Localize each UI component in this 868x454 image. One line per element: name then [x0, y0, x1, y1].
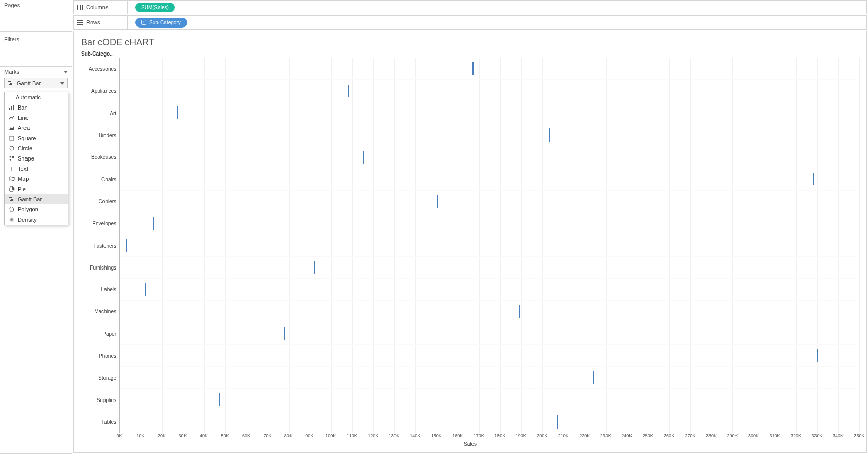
x-tick-label: 180K — [494, 433, 505, 438]
x-tick-label: 60K — [242, 433, 250, 438]
category-label[interactable]: Appliances — [81, 80, 119, 102]
mark-type-dropdown: AutomaticBarLineAreaSquareCircleShapeTTe… — [4, 92, 68, 225]
mark-option-shape[interactable]: Shape — [5, 153, 68, 164]
mark-type-select[interactable]: Gantt Bar — [4, 78, 68, 88]
mark-option-gantt[interactable]: Gantt Bar — [5, 194, 68, 204]
mark-option-label: Text — [18, 166, 28, 172]
category-label[interactable]: Storage — [81, 367, 119, 389]
rows-icon — [77, 19, 83, 25]
mark-option-label: Bar — [18, 104, 27, 111]
x-tick-label: 160K — [452, 433, 463, 438]
gantt-mark[interactable] — [153, 217, 154, 230]
gantt-mark[interactable] — [472, 62, 474, 75]
x-tick-label: 10K — [136, 433, 144, 438]
columns-pill-sum-sales[interactable]: SUM(Sales) — [135, 3, 175, 12]
x-tick-label: 90K — [305, 433, 313, 438]
x-tick-label: 80K — [284, 433, 293, 438]
mark-option-circle[interactable]: Circle — [5, 143, 68, 153]
x-tick-label: 330K — [812, 433, 823, 438]
category-label[interactable]: Envelopes — [81, 212, 119, 234]
gantt-mark[interactable] — [437, 195, 438, 207]
data-row — [120, 58, 859, 79]
x-tick-label: 130K — [389, 433, 400, 438]
x-tick-label: 250K — [643, 433, 653, 438]
mark-option-label: Area — [18, 125, 30, 131]
mark-option-bar[interactable]: Bar — [5, 102, 68, 113]
x-tick-label: 40K — [200, 433, 208, 438]
chevron-down-icon[interactable] — [64, 71, 68, 73]
category-label[interactable]: Phones — [81, 345, 119, 367]
x-tick-label: 350K — [854, 433, 864, 438]
square-icon — [9, 135, 15, 141]
mark-option-text[interactable]: TText — [5, 164, 68, 174]
category-label[interactable]: Chairs — [81, 168, 119, 190]
x-tick-label: 210K — [558, 433, 569, 438]
circle-icon — [9, 145, 15, 151]
category-header: Sub-Catego.. — [81, 51, 119, 58]
svg-rect-15 — [11, 199, 13, 200]
category-label[interactable]: Binders — [81, 124, 119, 146]
svg-rect-1 — [10, 83, 12, 84]
plot-area[interactable] — [119, 58, 859, 433]
data-row — [120, 168, 859, 190]
gantt-mark[interactable] — [177, 106, 178, 119]
category-label[interactable]: Copiers — [81, 191, 119, 212]
gantt-mark[interactable] — [363, 151, 364, 164]
data-row — [120, 366, 859, 388]
viz-title[interactable]: Bar cODE cHART — [81, 37, 859, 48]
gantt-mark[interactable] — [817, 349, 818, 362]
pages-label: Pages — [0, 0, 72, 10]
gantt-mark[interactable] — [284, 327, 285, 340]
svg-rect-24 — [77, 20, 83, 21]
mark-option-polygon[interactable]: Polygon — [5, 204, 68, 215]
x-tick-label: 100K — [325, 433, 336, 438]
category-label[interactable]: Paper — [81, 323, 119, 345]
svg-rect-4 — [11, 106, 12, 110]
x-tick-label: 50K — [221, 433, 229, 438]
mark-option-auto[interactable]: Automatic — [5, 92, 68, 102]
gantt-mark[interactable] — [519, 305, 520, 318]
polygon-icon — [9, 206, 15, 212]
gantt-mark[interactable] — [549, 128, 550, 141]
mark-option-area[interactable]: Area — [5, 123, 68, 133]
gantt-mark[interactable] — [126, 239, 127, 252]
expand-icon[interactable]: + — [141, 20, 146, 25]
columns-shelf[interactable]: Columns SUM(Sales) — [73, 0, 867, 14]
data-row — [120, 124, 859, 146]
category-label[interactable]: Bookcases — [81, 146, 119, 168]
category-label[interactable]: Labels — [81, 279, 119, 301]
category-label[interactable]: Supplies — [81, 389, 119, 411]
gantt-mark[interactable] — [813, 173, 814, 185]
data-row — [120, 388, 859, 410]
svg-rect-2 — [9, 84, 12, 85]
chevron-down-icon — [60, 82, 64, 85]
mark-option-map[interactable]: Map — [5, 174, 68, 184]
category-label[interactable]: Accessories — [81, 58, 119, 80]
category-label[interactable]: Fasteners — [81, 234, 119, 256]
svg-marker-6 — [9, 126, 14, 130]
gantt-mark[interactable] — [348, 85, 349, 97]
mark-option-square[interactable]: Square — [5, 133, 68, 143]
x-tick-label: 110K — [347, 433, 357, 438]
gantt-mark[interactable] — [314, 261, 315, 274]
rows-pill-sub-category[interactable]: + Sub-Category — [135, 18, 187, 28]
svg-rect-16 — [10, 200, 13, 201]
mark-option-density[interactable]: Density — [5, 215, 68, 225]
category-label[interactable]: Furnishings — [81, 257, 119, 279]
gantt-mark[interactable] — [593, 371, 594, 384]
rows-shelf[interactable]: Rows + Sub-Category — [73, 15, 867, 30]
x-tick-label: 150K — [431, 433, 442, 438]
category-label[interactable]: Tables — [81, 411, 119, 433]
svg-marker-11 — [9, 159, 11, 161]
svg-rect-5 — [13, 105, 14, 110]
viz-canvas: Bar cODE cHART Sub-Catego.. AccessoriesA… — [73, 31, 867, 453]
gantt-mark[interactable] — [145, 283, 146, 296]
mark-option-line[interactable]: Line — [5, 113, 68, 123]
category-label[interactable]: Art — [81, 102, 119, 124]
svg-rect-0 — [8, 81, 11, 82]
mark-option-pie[interactable]: Pie — [5, 184, 68, 194]
category-label[interactable]: Machines — [81, 301, 119, 323]
gantt-mark[interactable] — [557, 415, 558, 428]
gantt-mark[interactable] — [219, 393, 220, 406]
svg-rect-3 — [9, 108, 10, 110]
